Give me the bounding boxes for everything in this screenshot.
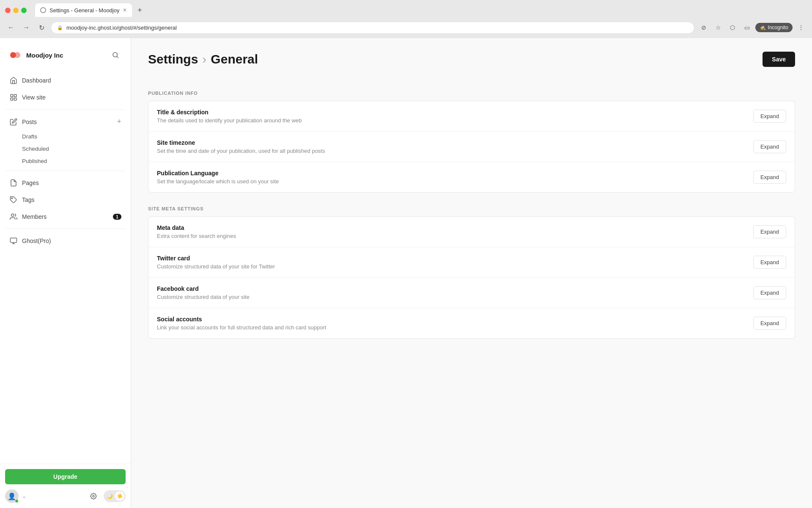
social-accounts-title: Social accounts [157, 316, 745, 323]
add-post-btn[interactable]: + [117, 117, 121, 126]
sidebar-tools: 🌙 ☀️ [87, 489, 126, 503]
site-timezone-title: Site timezone [157, 139, 745, 146]
grid-icon [9, 93, 18, 102]
svg-point-2 [113, 52, 118, 57]
upgrade-btn[interactable]: Upgrade [5, 469, 126, 484]
tab-bar: Settings - General - Moodjoy ✕ + [0, 0, 812, 17]
title-description-desc: The details used to identify your public… [157, 117, 745, 124]
sun-icon: ☀️ [115, 491, 124, 501]
theme-toggle[interactable]: 🌙 ☀️ [104, 490, 126, 502]
sidebar-item-drafts[interactable]: Drafts [5, 130, 126, 143]
active-tab[interactable]: Settings - General - Moodjoy ✕ [35, 3, 132, 17]
sidebar-item-published[interactable]: Published [5, 155, 126, 167]
sidebar-item-posts[interactable]: Posts + [5, 113, 126, 130]
main-content: Settings › General Save PUBLICATION INFO… [131, 38, 812, 508]
site-timezone-desc: Set the time and date of your publicatio… [157, 148, 745, 154]
moon-icon: 🌙 [105, 491, 114, 501]
title-description-expand-btn[interactable]: Expand [753, 110, 786, 123]
sidebar-item-tags[interactable]: Tags [5, 191, 126, 208]
browser-chrome: Settings - General - Moodjoy ✕ + ← → ↻ 🔒… [0, 0, 812, 38]
svg-rect-9 [11, 238, 17, 243]
pages-label: Pages [22, 179, 39, 186]
settings-btn[interactable] [87, 489, 100, 503]
app-layout: Moodjoy Inc Dashboard [0, 38, 812, 508]
site-meta-settings-section: SITE META SETTINGS Meta data Extra conte… [148, 206, 795, 339]
publication-language-expand-btn[interactable]: Expand [753, 171, 786, 184]
nav-divider-1 [5, 109, 126, 110]
sidebar-item-dashboard[interactable]: Dashboard [5, 72, 126, 89]
meta-data-expand-btn[interactable]: Expand [753, 225, 786, 238]
facebook-card-content: Facebook card Customize structured data … [157, 285, 745, 300]
facebook-card-title: Facebook card [157, 285, 745, 292]
ghost-pro-label: Ghost(Pro) [22, 237, 51, 244]
title-description-content: Title & description The details used to … [157, 109, 745, 124]
bookmark-icon[interactable]: ☆ [712, 22, 724, 33]
person-icon [9, 213, 18, 221]
scheduled-label: Scheduled [22, 146, 49, 152]
incognito-btn[interactable]: 🕵 Incognito [755, 23, 793, 32]
tab-close-btn[interactable]: ✕ [123, 7, 127, 13]
facebook-card-row: Facebook card Customize structured data … [148, 278, 795, 308]
close-window-btn[interactable] [5, 8, 11, 13]
monitor-icon [9, 237, 18, 245]
twitter-card-desc: Customize structured data of your site f… [157, 263, 745, 270]
published-label: Published [22, 158, 47, 164]
extensions-icon[interactable]: ⬡ [727, 22, 738, 33]
breadcrumb-sep: › [202, 52, 206, 66]
sidebar-item-view-site[interactable]: View site [5, 89, 126, 106]
publication-info-label: PUBLICATION INFO [148, 91, 795, 96]
sidebar-item-pages[interactable]: Pages [5, 174, 126, 191]
url-text: moodjoy-inc.ghost.io/ghost/#/settings/ge… [66, 25, 177, 31]
sidebar-icon[interactable]: ▭ [741, 22, 753, 33]
svg-rect-6 [14, 98, 16, 100]
maximize-window-btn[interactable] [21, 8, 27, 13]
site-meta-settings-label: SITE META SETTINGS [148, 206, 795, 211]
tags-label: Tags [22, 196, 35, 203]
members-label: Members [22, 213, 47, 220]
sidebar-item-members[interactable]: Members 1 [5, 208, 126, 225]
twitter-card-content: Twitter card Customize structured data o… [157, 255, 745, 270]
sidebar-item-ghost-pro[interactable]: Ghost(Pro) [5, 232, 126, 249]
reload-btn[interactable]: ↻ [36, 22, 47, 33]
site-meta-settings-card: Meta data Extra content for search engin… [148, 216, 795, 339]
menu-btn[interactable]: ⋮ [795, 22, 807, 33]
facebook-card-desc: Customize structured data of your site [157, 294, 745, 300]
forward-btn[interactable]: → [20, 22, 32, 33]
meta-data-content: Meta data Extra content for search engin… [157, 224, 745, 239]
lock-icon: 🔒 [57, 25, 63, 30]
svg-rect-3 [11, 94, 13, 97]
user-info[interactable]: 👤 ⌄ [5, 489, 26, 503]
sidebar-nav: Dashboard View site [0, 69, 131, 464]
meta-data-title: Meta data [157, 224, 745, 231]
twitter-card-title: Twitter card [157, 255, 745, 262]
home-icon [9, 76, 18, 85]
publication-language-row: Publication Language Set the language/lo… [148, 162, 795, 192]
address-bar[interactable]: 🔒 moodjoy-inc.ghost.io/ghost/#/settings/… [51, 22, 694, 34]
incognito-icon: 🕵 [760, 25, 766, 30]
search-btn[interactable] [109, 48, 122, 62]
save-button[interactable]: Save [763, 52, 795, 67]
publication-info-section: PUBLICATION INFO Title & description The… [148, 91, 795, 193]
site-timezone-expand-btn[interactable]: Expand [753, 140, 786, 153]
drafts-label: Drafts [22, 133, 37, 140]
facebook-card-expand-btn[interactable]: Expand [753, 286, 786, 299]
title-description-title: Title & description [157, 109, 745, 116]
sidebar-brand[interactable]: Moodjoy Inc [8, 48, 63, 62]
site-timezone-content: Site timezone Set the time and date of y… [157, 139, 745, 154]
social-accounts-expand-btn[interactable]: Expand [753, 317, 786, 330]
nav-divider-2 [5, 171, 126, 171]
new-tab-btn[interactable]: + [134, 4, 145, 16]
avatar: 👤 [5, 489, 19, 503]
site-timezone-row: Site timezone Set the time and date of y… [148, 132, 795, 162]
twitter-card-expand-btn[interactable]: Expand [753, 256, 786, 269]
camera-off-icon[interactable]: ⊘ [698, 22, 710, 33]
sidebar-user-row: 👤 ⌄ 🌙 ☀️ [5, 489, 126, 503]
minimize-window-btn[interactable] [13, 8, 19, 13]
brand-icon [8, 48, 22, 62]
sidebar-header: Moodjoy Inc [0, 38, 131, 69]
tag-icon [9, 196, 18, 204]
meta-data-row: Meta data Extra content for search engin… [148, 217, 795, 247]
back-btn[interactable]: ← [5, 22, 17, 33]
meta-data-desc: Extra content for search engines [157, 233, 745, 239]
sidebar-item-scheduled[interactable]: Scheduled [5, 143, 126, 155]
